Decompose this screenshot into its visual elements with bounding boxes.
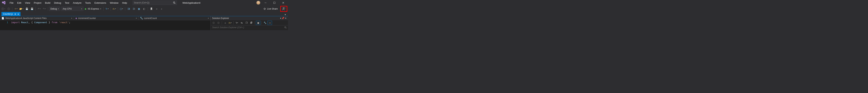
toggle-bookmarks-icon[interactable]: ▦ [136, 6, 142, 11]
menu-edit[interactable]: Edit [15, 0, 23, 5]
tok-import: import [11, 21, 20, 24]
search-icon [284, 26, 286, 29]
code-editor-line[interactable]: 1 import React , { Component } from 'rea… [0, 20, 211, 24]
new-project-button[interactable]: ✧▾ [13, 6, 18, 11]
pin-panel-icon[interactable]: 📌 [282, 17, 284, 19]
panel-title-text: Solution Explorer [212, 17, 229, 19]
toolbar-separator [35, 7, 36, 11]
user-avatar[interactable] [256, 1, 260, 5]
tok-string: 'react' [59, 21, 69, 24]
nesting-icon[interactable]: ᔭ▾ [235, 21, 239, 25]
bookmark-flag-icon[interactable] [149, 6, 154, 11]
nav-member-text: incrementCounter [78, 17, 96, 19]
comment-out-button[interactable] [126, 6, 131, 11]
nav-forward-button[interactable] [6, 6, 11, 11]
start-debug-button[interactable]: ▶IIS Express▾ [84, 6, 102, 11]
live-visual-tree-icon[interactable]: ▢▾ [119, 6, 124, 11]
svg-point-6 [2, 8, 4, 10]
tab-filename: Counter.js [3, 13, 13, 15]
tok-punct: } [49, 21, 50, 24]
nav-scope-text: WebApplication4 JavaScript Content Files [5, 17, 46, 19]
nav-back-button[interactable]: ▾ [1, 6, 6, 11]
refresh-icon[interactable]: ❐ [244, 21, 249, 25]
solution-explorer-search[interactable]: Search Solution Explorer (Ctrl+;) [211, 26, 288, 30]
menu-project[interactable]: Project [32, 0, 43, 5]
forward-icon[interactable] [216, 21, 221, 25]
undo-button[interactable]: ↶▾ [37, 6, 41, 11]
live-share-icon [263, 7, 266, 10]
toolbar-separator [125, 7, 125, 11]
search-placeholder-text: Search Solution Explorer (Ctrl+;) [212, 26, 244, 29]
menu-analyze[interactable]: Analyze [71, 0, 83, 5]
workspace: 📄 WebApplication4 JavaScript Content Fil… [0, 16, 288, 30]
open-file-button[interactable]: 📂▾ [19, 6, 24, 11]
solution-platform-dropdown[interactable]: Any CPU▾ [61, 7, 84, 11]
solution-configuration-dropdown[interactable]: Debug▾ [49, 7, 60, 11]
chevron-down-icon: ▾ [208, 17, 209, 19]
menu-debug[interactable]: Debug [52, 0, 63, 5]
nav-detail-dropdown[interactable]: 🔧 currentCount ▾ [138, 16, 211, 20]
pin-tab-icon[interactable]: ⊕ [14, 13, 16, 15]
feedback-highlighted-button[interactable] [280, 6, 287, 12]
tab-overflow-chevron-icon[interactable]: ▼ [284, 14, 288, 16]
title-bar-right [256, 0, 287, 5]
tok-from: from [52, 21, 57, 24]
maximize-button[interactable] [271, 0, 278, 5]
find-in-files-button[interactable]: 🗀▾ [112, 6, 117, 11]
quick-launch-search[interactable]: Search (Ctrl+Q) [132, 1, 177, 5]
toolbar-separator [12, 7, 12, 11]
svg-rect-3 [274, 2, 275, 4]
redo-button[interactable]: ↷▾ [42, 6, 47, 11]
svg-point-9 [213, 22, 215, 24]
menu-extensions[interactable]: Extensions [93, 0, 108, 5]
back-icon[interactable] [211, 21, 216, 25]
menu-help[interactable]: Help [120, 0, 129, 5]
menu-window[interactable]: Window [108, 0, 120, 5]
editor-column: 📄 WebApplication4 JavaScript Content Fil… [0, 16, 211, 30]
document-tab-counter-js[interactable]: Counter.js ⊕ × [1, 12, 21, 16]
save-all-button[interactable]: 💾 [30, 6, 34, 11]
save-button[interactable]: 💾 [24, 6, 29, 11]
nav-scope-dropdown[interactable]: 📄 WebApplication4 JavaScript Content Fil… [0, 16, 74, 20]
browser-link-refresh-button[interactable]: ↻▾ [105, 6, 110, 11]
toolbar-separator [148, 7, 148, 11]
properties-icon[interactable]: 🔧 [263, 21, 267, 25]
window-position-icon[interactable]: ▾ [280, 17, 281, 19]
preview-selected-icon[interactable]: ▭ [268, 21, 272, 25]
svg-point-8 [283, 7, 284, 9]
menu-build[interactable]: Build [43, 0, 52, 5]
menu-view[interactable]: View [23, 0, 32, 5]
svg-line-1 [175, 3, 176, 4]
live-share-button[interactable]: Live Share [261, 7, 279, 10]
solution-explorer-toolbar: ⌂ 🗀▾ ᔭ▾ ⇆ ❐ 🗐 ▣ 🔧 ▭ [211, 20, 288, 26]
svg-point-7 [7, 8, 10, 10]
close-panel-icon[interactable]: ✕ [285, 17, 286, 19]
close-button[interactable] [280, 0, 287, 5]
method-cube-icon: ◈ [75, 17, 77, 19]
svg-point-11 [285, 27, 286, 28]
menu-tools[interactable]: Tools [83, 0, 93, 5]
close-tab-icon[interactable]: × [18, 13, 19, 15]
prev-bookmark-nav-icon[interactable]: ◂ [154, 6, 159, 11]
solutions-and-folders-icon[interactable]: 🗀▾ [228, 21, 232, 25]
svg-line-12 [286, 28, 286, 28]
solution-explorer-title-bar[interactable]: Solution Explorer ▾ 📌 ✕ [211, 16, 288, 20]
show-all-files-icon[interactable]: ▣ [256, 21, 260, 25]
document-tab-bar: Counter.js ⊕ × ▼ [0, 12, 288, 16]
tok-semi: ; [69, 21, 70, 24]
previous-bookmark-icon[interactable]: ◧ [142, 6, 147, 11]
sync-with-active-icon[interactable]: ⇆ [240, 21, 244, 25]
solution-explorer-panel: Solution Explorer ▾ 📌 ✕ ⌂ 🗀▾ ᔭ▾ ⇆ ❐ 🗐 ▣ … [211, 16, 288, 30]
uncomment-button[interactable] [131, 6, 136, 11]
home-icon[interactable]: ⌂ [223, 21, 227, 25]
minimize-button[interactable] [262, 0, 269, 5]
svg-point-10 [218, 22, 219, 24]
menu-test[interactable]: Test [63, 0, 71, 5]
line-number: 1 [0, 21, 11, 24]
toolbar-separator [222, 21, 222, 25]
feedback-person-icon [282, 7, 285, 10]
nav-member-dropdown[interactable]: ◈ incrementCounter ▾ [74, 16, 138, 20]
collapse-all-icon[interactable]: 🗐 [249, 21, 253, 25]
next-bookmark-nav-icon[interactable]: ▸ [159, 6, 164, 11]
menu-file[interactable]: File [8, 0, 15, 5]
